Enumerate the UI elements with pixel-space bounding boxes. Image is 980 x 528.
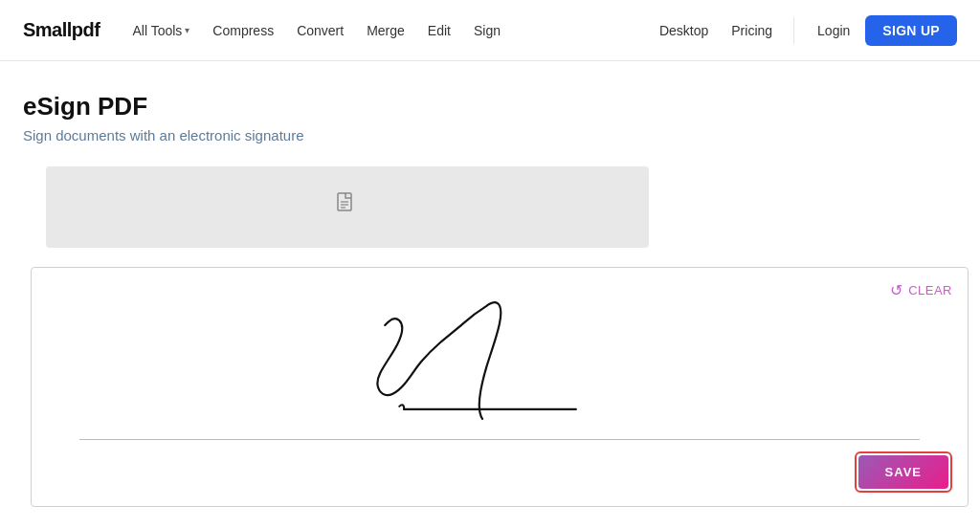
file-upload-icon [337, 192, 358, 223]
file-drop-area[interactable] [46, 166, 649, 248]
page-title: eSign PDF [23, 92, 838, 121]
nav-edit[interactable]: Edit [418, 17, 460, 44]
nav-links: All Tools ▾ Compress Convert Merge Edit … [122, 17, 641, 44]
signature-area[interactable]: ↺ CLEAR SAVE [31, 267, 969, 507]
signup-button[interactable]: SIGN UP [865, 15, 957, 46]
signature-baseline [79, 439, 920, 440]
signature-canvas[interactable] [32, 268, 968, 440]
main-content: eSign PDF Sign documents with an electro… [0, 61, 861, 528]
nav-sign[interactable]: Sign [464, 17, 510, 44]
brand-logo[interactable]: Smallpdf [23, 19, 100, 41]
nav-merge[interactable]: Merge [357, 17, 414, 44]
nav-right: Desktop Pricing Login SIGN UP [650, 15, 957, 46]
save-button-wrapper: SAVE [855, 451, 952, 493]
nav-desktop[interactable]: Desktop [650, 17, 718, 44]
chevron-down-icon: ▾ [185, 25, 189, 35]
nav-all-tools[interactable]: All Tools ▾ [122, 17, 199, 44]
nav-compress[interactable]: Compress [203, 17, 283, 44]
nav-convert[interactable]: Convert [287, 17, 353, 44]
nav-pricing[interactable]: Pricing [722, 17, 782, 44]
navbar: Smallpdf All Tools ▾ Compress Convert Me… [0, 0, 980, 61]
save-button[interactable]: SAVE [858, 455, 948, 489]
login-button[interactable]: Login [806, 17, 861, 44]
signature-svg [32, 268, 968, 440]
save-area: SAVE [32, 440, 968, 506]
page-subtitle: Sign documents with an electronic signat… [23, 127, 838, 143]
nav-divider [793, 17, 794, 44]
